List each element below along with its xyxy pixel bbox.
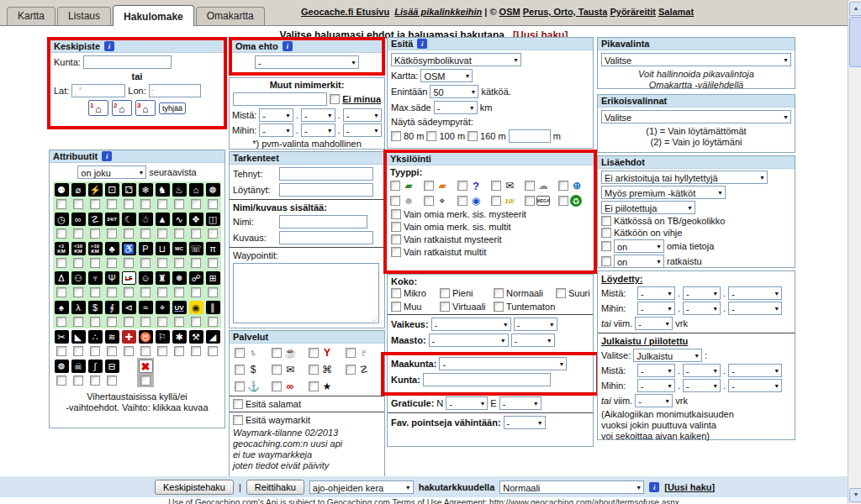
loydetty-vrk-select[interactable]: - [635,317,673,330]
cache-type-checkbox[interactable] [390,181,400,191]
attribute-icon[interactable]: ◉ [189,301,203,314]
attribute-checkbox[interactable] [90,287,100,297]
maakunta-select[interactable]: - [439,357,567,370]
attribute-icon[interactable]: ≈ [139,301,153,314]
vaikeus-select-1[interactable]: - [431,318,511,331]
nimimerkit-input[interactable] [233,92,327,106]
attribute-checkbox[interactable] [107,228,117,239]
scrollbar-thumb[interactable] [849,17,861,67]
attribute-checkbox[interactable] [73,199,83,209]
attribute-checkbox[interactable] [56,228,66,239]
attribute-checkbox[interactable] [107,317,117,327]
service-checkbox[interactable] [272,381,282,391]
attribute-checkbox[interactable] [124,346,134,356]
attribute-icon[interactable]: ⊲ [122,301,136,314]
attribute-checkbox[interactable] [73,317,83,327]
attribute-checkbox[interactable] [73,346,83,356]
attribute-checkbox[interactable] [90,375,100,386]
koko-checkbox[interactable] [440,288,450,298]
service-checkbox[interactable] [235,348,245,358]
service-checkbox[interactable] [272,365,282,375]
info-icon[interactable]: i [104,41,114,51]
attribute-checkbox[interactable] [174,317,184,327]
attribute-checkbox[interactable] [208,199,218,209]
mista-year-select[interactable]: - [343,108,382,122]
salamat-link[interactable]: Salamat [658,7,694,17]
attribute-checkbox[interactable] [124,287,134,297]
attribute-checkbox[interactable] [140,258,151,268]
loydetty-mista-day-select[interactable]: - [637,286,675,300]
attribute-icon[interactable]: ⚒ [189,330,203,344]
attribute-icon[interactable]: <1 KM [55,242,69,255]
koko-checkbox[interactable] [391,302,401,312]
loydetty-mista-year-select[interactable]: - [728,286,782,300]
scroll-up-icon[interactable]: ▲ [849,2,861,16]
ajo-ohjeet-select[interactable]: ajo-ohjeiden kera [309,480,414,494]
attribute-icon[interactable]: ∮ [105,301,119,314]
lat-input[interactable]: . ˚ [71,84,125,97]
maps-link[interactable]: Perus, Orto, Tausta [523,7,608,17]
omia-tietoja-select[interactable]: on [614,239,664,253]
attribute-icon[interactable]: ♠ [55,301,69,314]
attribute-checkbox[interactable] [124,199,134,209]
attribute-checkbox[interactable] [208,346,218,356]
tb-checkbox[interactable] [601,216,611,226]
attribute-icon[interactable]: ✖ [139,360,153,373]
attribute-icon[interactable]: ☡ [88,213,103,226]
reittihaku-button[interactable]: Reittihaku [246,480,304,495]
attribute-icon[interactable]: ✚ [122,330,136,344]
attribute-icon[interactable]: ♉ [139,330,153,344]
maxsade-select[interactable]: - [434,101,478,114]
attribute-icon[interactable]: ∞ [71,213,86,226]
tab-listaus[interactable]: Listaus [57,7,111,25]
home-coordinates-button[interactable]: 2⌂ [112,100,132,116]
attribute-icon[interactable]: ▲ [156,213,170,226]
koko-checkbox[interactable] [556,288,566,298]
info-icon[interactable]: i [417,39,427,49]
bottom-uusi-haku-link[interactable]: [Uusi haku] [664,482,715,492]
service-checkbox[interactable] [309,348,319,358]
attribute-checkbox[interactable] [90,228,100,239]
attribute-checkbox[interactable] [107,287,117,297]
attribute-icon[interactable]: ⌀ [71,183,86,197]
attribute-checkbox[interactable] [56,258,66,268]
attribute-icon[interactable]: ⊞ [206,271,220,285]
circle-checkbox[interactable] [391,131,401,141]
cache-type-checkbox[interactable] [457,181,467,191]
loydetty-mihin-year-select[interactable]: - [728,302,782,315]
attribute-checkbox[interactable] [140,317,151,327]
attribute-icon[interactable]: ∫ [88,360,103,373]
circle-checkbox[interactable] [467,131,478,141]
attribute-checkbox[interactable] [73,258,83,268]
attribute-icon[interactable]: ☸ [55,360,69,373]
esita-waymarkit-checkbox[interactable] [233,415,243,425]
attribute-checkbox[interactable] [90,258,100,268]
fav-select[interactable]: - [504,416,546,429]
lon-input[interactable]: : [149,84,201,97]
etusivu-link[interactable]: Geocache.fi Etusivu [301,7,389,17]
attribute-icon[interactable]: WC [172,242,187,255]
tehnyt-input[interactable] [279,167,373,181]
attribute-checkbox[interactable] [174,228,184,239]
premium-select[interactable]: Myös premium -kätköt [601,186,726,199]
attribute-icon[interactable]: ∴ [88,330,103,344]
mihin-month-select[interactable]: - [301,123,335,137]
attribute-icon[interactable]: ✱ [172,330,187,344]
graticule-e-select[interactable]: - [499,396,541,410]
service-checkbox[interactable] [235,381,245,391]
oma-ehto-select[interactable]: - [255,55,359,69]
attribute-checkbox[interactable] [157,346,167,356]
vertical-scrollbar[interactable]: ▲ ▼ [848,0,861,504]
mihin-year-select[interactable]: - [343,123,382,137]
cache-type-checkbox[interactable] [558,196,568,206]
service-checkbox[interactable] [235,365,245,375]
attribute-icon[interactable]: ⌂ [189,183,203,197]
attribute-icon[interactable]: ☠ [71,360,86,373]
attribute-icon[interactable]: ❖ [189,213,203,226]
ei-minua-label[interactable]: Ei minua [342,94,381,104]
attribute-icon[interactable]: ☾ [122,213,136,226]
mista-day-select[interactable]: - [259,108,293,122]
attribute-checkbox[interactable] [56,346,66,356]
attribute-icon[interactable]: ⚇ [71,271,86,285]
waypointit-textarea[interactable] [233,263,379,323]
